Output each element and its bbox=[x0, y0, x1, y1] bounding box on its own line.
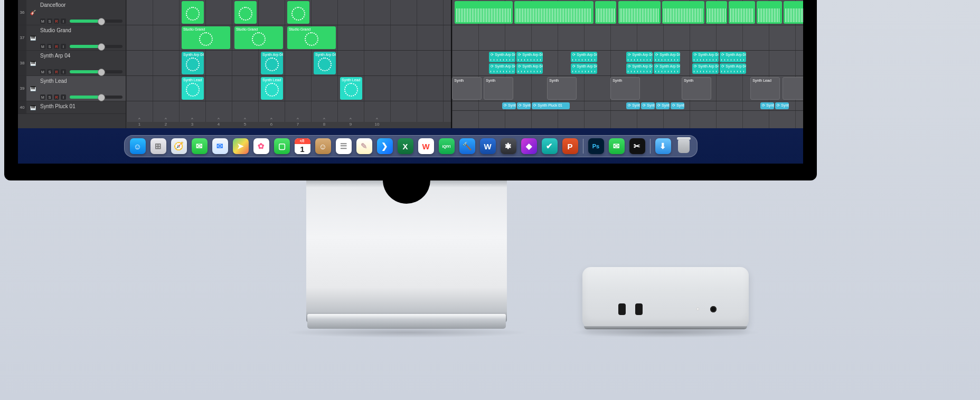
audio-region[interactable]: ⟳ Synth bbox=[775, 102, 789, 109]
track-r-button[interactable]: R bbox=[54, 44, 59, 49]
audio-region[interactable]: ⟳ Synth Arp 04 bbox=[571, 63, 597, 74]
track-i-button[interactable]: I bbox=[61, 69, 66, 74]
maps-icon[interactable]: ➤ bbox=[233, 138, 249, 154]
audio-region[interactable]: ⟳ Synth Arp 04 bbox=[720, 63, 746, 74]
midi-region[interactable]: Synth bbox=[452, 77, 482, 100]
wechat-icon[interactable]: ✉ bbox=[609, 138, 625, 154]
arrangement-row[interactable]: SynthSynthSynthSynthSynthSynth Lead bbox=[452, 76, 803, 101]
affinity-icon[interactable]: ◆ bbox=[521, 138, 537, 154]
todo-icon[interactable]: ✔ bbox=[542, 138, 558, 154]
audio-region[interactable]: ⟳ Synth Arp 04 bbox=[489, 63, 515, 74]
midi-region[interactable]: Studio Grand bbox=[234, 26, 283, 49]
track-header[interactable]: 36 🎸 Dancefloor MSRI bbox=[18, 0, 126, 25]
capcut-icon[interactable]: ✂ bbox=[629, 138, 645, 154]
track-i-button[interactable]: I bbox=[61, 18, 66, 24]
midi-region[interactable]: Synth Arp 04 bbox=[182, 52, 204, 74]
arrangement-right[interactable]: ⟳ Synth Arp 04⟳ Synth Arp 04⟳ Synth Arp … bbox=[451, 0, 803, 128]
track-s-button[interactable]: S bbox=[47, 69, 52, 74]
track-header[interactable]: 40 🎹 Synth Pluck 01 bbox=[18, 101, 126, 114]
midi-region[interactable]: Studio Grand bbox=[182, 26, 230, 49]
arrangement-row[interactable] bbox=[452, 0, 803, 25]
track-r-button[interactable]: R bbox=[54, 94, 59, 100]
track-header[interactable]: 39 🎹 Synth Lead MSRI bbox=[18, 76, 126, 101]
xcode-icon[interactable]: 🔨 bbox=[459, 138, 475, 154]
photoshop-icon[interactable]: Ps bbox=[588, 138, 604, 154]
midi-region[interactable]: Synth Lead bbox=[750, 77, 780, 100]
audio-region[interactable]: ⟳ Synth bbox=[760, 102, 774, 109]
audio-region[interactable] bbox=[757, 1, 782, 24]
reminders-icon[interactable]: ☰ bbox=[336, 138, 352, 154]
audio-region[interactable]: ⟳ Synth bbox=[626, 102, 640, 109]
excel-icon[interactable]: X bbox=[398, 138, 413, 154]
safari-icon[interactable]: 🧭 bbox=[171, 138, 187, 154]
audio-region[interactable] bbox=[455, 1, 513, 24]
audio-region[interactable] bbox=[514, 1, 593, 24]
iqiyi-icon[interactable]: iQIYI bbox=[439, 138, 455, 154]
wps-icon[interactable]: W bbox=[418, 138, 434, 154]
audio-region[interactable]: ⟳ Synth Arp 04 bbox=[516, 63, 543, 74]
trash-icon[interactable] bbox=[676, 138, 692, 154]
midi-region[interactable]: Synth Lead bbox=[261, 77, 283, 100]
volume-fader[interactable] bbox=[70, 96, 123, 99]
track-m-button[interactable]: M bbox=[40, 94, 45, 100]
timeline[interactable]: Studio GrandStudio GrandStudio GrandSynt… bbox=[126, 0, 803, 128]
audio-region[interactable]: ⟳ Synth Arp 04 bbox=[516, 52, 543, 62]
midi-region[interactable]: Synth Arp 04 bbox=[261, 52, 283, 74]
track-r-button[interactable]: R bbox=[54, 18, 59, 24]
volume-fader[interactable] bbox=[70, 70, 123, 73]
audio-region[interactable] bbox=[784, 1, 803, 24]
midi-region[interactable]: Synth Lead bbox=[340, 77, 362, 100]
audio-region[interactable]: ⟳ Synth Pluck 01 bbox=[532, 102, 570, 109]
audio-region[interactable]: ⟳ Synth Arp 04 bbox=[489, 52, 515, 62]
midi-region[interactable] bbox=[287, 1, 309, 24]
launchpad-icon[interactable]: ⊞ bbox=[150, 138, 166, 154]
audio-region[interactable]: ⟳ Synth Arp 04 bbox=[654, 52, 680, 62]
finder-icon[interactable]: ☺ bbox=[130, 138, 146, 154]
messages-icon[interactable]: ✉ bbox=[192, 138, 208, 154]
track-m-button[interactable]: M bbox=[40, 69, 45, 74]
midi-region[interactable]: Synth bbox=[610, 77, 640, 100]
photos-icon[interactable]: ✿ bbox=[253, 138, 269, 154]
track-m-button[interactable]: M bbox=[40, 44, 45, 49]
trash-icon[interactable] bbox=[678, 139, 690, 153]
feishu-icon[interactable]: ❯ bbox=[377, 138, 393, 154]
audio-region[interactable] bbox=[662, 1, 704, 24]
volume-fader[interactable] bbox=[70, 45, 123, 48]
facetime-icon[interactable]: ▢ bbox=[274, 138, 290, 154]
audio-region[interactable] bbox=[729, 1, 755, 24]
audio-region[interactable]: ⟳ Synth Arp 04 bbox=[626, 63, 653, 74]
arrangement-row[interactable] bbox=[452, 25, 803, 51]
track-i-button[interactable]: I bbox=[61, 44, 66, 49]
midi-region[interactable]: Studio Grand bbox=[287, 26, 336, 49]
midi-region[interactable]: Synth Lead bbox=[182, 77, 204, 100]
word-icon[interactable]: W bbox=[480, 138, 496, 154]
midi-region[interactable] bbox=[182, 1, 204, 24]
downloads-icon[interactable]: ⬇ bbox=[655, 138, 671, 154]
audio-region[interactable]: ⟳ Synth bbox=[671, 102, 684, 109]
audio-region[interactable]: ⟳ Synth Arp 04 bbox=[692, 63, 719, 74]
audio-region[interactable]: ⟳ Synth bbox=[656, 102, 670, 109]
midi-region[interactable] bbox=[234, 1, 257, 24]
track-i-button[interactable]: I bbox=[61, 94, 66, 100]
audio-region[interactable]: ⟳ Synth bbox=[502, 102, 516, 109]
midi-region[interactable]: Synth Arp 04 bbox=[314, 52, 336, 74]
track-s-button[interactable]: S bbox=[47, 94, 52, 100]
powerpoint-icon[interactable]: P bbox=[562, 138, 578, 154]
track-r-button[interactable]: R bbox=[54, 69, 59, 74]
track-m-button[interactable]: M bbox=[40, 18, 45, 24]
mail-icon[interactable]: ✉ bbox=[212, 138, 228, 154]
track-s-button[interactable]: S bbox=[47, 18, 52, 24]
shortcuts-icon[interactable]: ✱ bbox=[501, 138, 516, 154]
audio-region[interactable] bbox=[595, 1, 616, 24]
audio-region[interactable]: ⟳ Synth Arp 04 bbox=[654, 63, 680, 74]
audio-region[interactable]: ⟳ Synth Arp 04 bbox=[571, 52, 597, 62]
calendar-icon[interactable]: 4月 1 bbox=[295, 138, 310, 154]
volume-fader[interactable] bbox=[70, 20, 123, 23]
arrangement-row[interactable]: ⟳ Synth Arp 04⟳ Synth Arp 04⟳ Synth Arp … bbox=[452, 51, 803, 76]
midi-region[interactable]: Synth bbox=[547, 77, 577, 100]
contacts-icon[interactable]: ☺ bbox=[315, 138, 331, 154]
audio-region[interactable]: ⟳ Synth Arp 04 bbox=[692, 52, 719, 62]
midi-region[interactable] bbox=[783, 77, 803, 100]
audio-region[interactable] bbox=[618, 1, 661, 24]
midi-region[interactable]: Synth bbox=[484, 77, 513, 100]
